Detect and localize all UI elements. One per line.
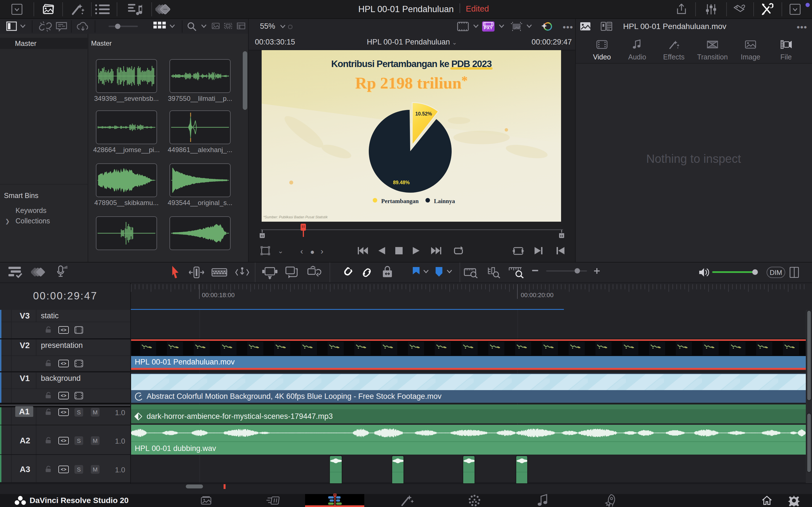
svg-text:00:00:20:00: 00:00:20:00 [521,291,553,298]
svg-text:00:00:18:00: 00:00:18:00 [202,291,235,298]
